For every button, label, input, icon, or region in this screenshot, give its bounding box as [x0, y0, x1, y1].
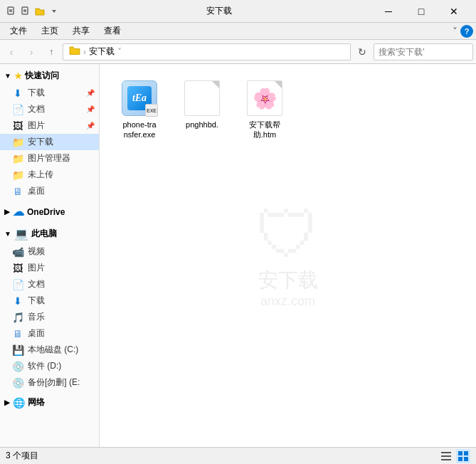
- file-grid: tEa EXE phone-transfer.exe pnghhbd.: [111, 75, 465, 144]
- sidebar-item-pictures-label: 图片: [28, 120, 45, 132]
- svg-rect-10: [458, 451, 462, 455]
- flowers-icon: 🌸: [253, 87, 277, 110]
- pin-icon-documents: 📌: [86, 105, 95, 113]
- dropdown-arrow-icon[interactable]: [48, 6, 60, 17]
- sidebar-item-picture-manager-label: 图片管理器: [28, 152, 70, 164]
- maximize-button[interactable]: □: [405, 0, 438, 23]
- png-file-label: pnghhbd.: [186, 120, 218, 130]
- search-box[interactable]: 🔍: [374, 43, 473, 60]
- blank-doc-icon-2: [20, 6, 31, 17]
- thispc-arrow: ▼: [4, 230, 11, 238]
- quick-access-arrow: ▼: [4, 72, 11, 80]
- onedrive-arrow: ▶: [4, 208, 10, 216]
- svg-rect-8: [441, 455, 451, 457]
- menu-share[interactable]: 共享: [65, 23, 97, 38]
- folder-icon-title: [34, 6, 46, 17]
- file-item-png[interactable]: pnghhbd.: [174, 75, 231, 144]
- sidebar-item-drive-d[interactable]: 💿 软件 (D:): [0, 358, 99, 374]
- sidebar-item-music[interactable]: 🎵 音乐: [0, 309, 99, 325]
- forward-button[interactable]: ›: [23, 43, 40, 60]
- sidebar-item-anzaixia[interactable]: 📁 安下载: [0, 134, 99, 150]
- svg-rect-13: [464, 457, 468, 461]
- search-input[interactable]: [379, 47, 476, 57]
- exe-file-icon: tEa EXE: [121, 80, 158, 117]
- not-uploaded-folder-icon: 📁: [11, 169, 24, 181]
- sidebar-item-pictures[interactable]: 🖼 图片 📌: [0, 117, 99, 134]
- htm-file-icon: 🌸: [246, 80, 283, 117]
- pictures-icon: 🖼: [11, 120, 24, 132]
- item-count: 3 个项目: [6, 450, 38, 462]
- ribbon-collapse-icon[interactable]: ˅: [453, 26, 458, 37]
- back-button[interactable]: ‹: [3, 43, 20, 60]
- sidebar-item-desktop-qa[interactable]: 🖥 桌面: [0, 183, 99, 199]
- title-controls: ─ □ ✕: [372, 0, 470, 23]
- sidebar-item-drive-d-label: 软件 (D:): [28, 360, 61, 372]
- list-view-button[interactable]: [439, 449, 453, 463]
- path-dropdown-icon[interactable]: ˅: [117, 47, 122, 57]
- sidebar-item-drive-e-label: 备份[勿删] (E:: [28, 376, 80, 389]
- sidebar-item-images-label: 图片: [28, 262, 45, 274]
- menu-home[interactable]: 主页: [34, 23, 65, 38]
- sidebar-item-picture-manager[interactable]: 📁 图片管理器: [0, 150, 99, 167]
- dl-icon: ⬇: [11, 295, 24, 307]
- help-button[interactable]: ?: [460, 25, 473, 38]
- content-area: 🛡 安下载 anxz.com tEa EXE phone-transfer.ex…: [100, 64, 476, 447]
- close-button[interactable]: ✕: [438, 0, 470, 23]
- up-button[interactable]: ↑: [43, 43, 60, 60]
- png-icon-background: [184, 80, 220, 116]
- sidebar-item-images[interactable]: 🖼 图片: [0, 260, 99, 276]
- htm-file-label: 安下载帮助.htm: [249, 120, 280, 140]
- desktop-icon: 🖥: [11, 328, 24, 339]
- thispc-header[interactable]: ▼ 💻 此电脑: [0, 224, 99, 243]
- onedrive-header[interactable]: ▶ ☁ OneDrive: [0, 202, 99, 221]
- sidebar-item-dl[interactable]: ⬇ 下载: [0, 292, 99, 309]
- window-title: 安下载: [65, 5, 372, 17]
- videos-icon: 📹: [11, 246, 24, 258]
- watermark-text: 安下载: [258, 267, 318, 294]
- menu-view[interactable]: 查看: [97, 23, 128, 38]
- blank-doc-icon-1: [6, 6, 17, 17]
- thispc-label: 此电脑: [31, 228, 57, 240]
- download-folder-icon: ⬇: [11, 88, 24, 99]
- sidebar-item-download[interactable]: ⬇ 下载 📌: [0, 85, 99, 101]
- file-item-htm[interactable]: 🌸 安下载帮助.htm: [236, 75, 293, 144]
- sidebar-item-drive-c-label: 本地磁盘 (C:): [28, 344, 78, 356]
- sidebar-item-desktop-label: 桌面: [28, 327, 45, 339]
- sidebar-item-not-uploaded-label: 未上传: [28, 169, 53, 181]
- title-bar-icons: [6, 6, 60, 17]
- sidebar-item-drive-c[interactable]: 💾 本地磁盘 (C:): [0, 342, 99, 358]
- svg-rect-0: [8, 7, 14, 14]
- sidebar-item-desktop[interactable]: 🖥 桌面: [0, 325, 99, 342]
- quick-access-label: 快速访问: [25, 70, 59, 82]
- onedrive-label: OneDrive: [27, 207, 65, 217]
- sidebar-item-not-uploaded[interactable]: 📁 未上传: [0, 167, 99, 183]
- network-label: 网络: [28, 396, 45, 408]
- file-item-exe[interactable]: tEa EXE phone-transfer.exe: [111, 75, 168, 144]
- title-bar: 安下载 ─ □ ✕: [0, 0, 476, 23]
- refresh-button[interactable]: ↻: [354, 43, 371, 60]
- main-layout: ▼ ★ 快速访问 ⬇ 下载 📌 📄 文档 📌 🖼 图片 📌 📁 安下载 📁 图片…: [0, 64, 476, 447]
- path-folder-icon: [69, 45, 80, 58]
- minimize-button[interactable]: ─: [372, 0, 405, 23]
- network-header[interactable]: ▶ 🌐 网络: [0, 394, 99, 411]
- svg-rect-11: [464, 451, 468, 455]
- sidebar-item-download-label: 下载: [28, 87, 45, 99]
- svg-rect-9: [441, 459, 451, 460]
- grid-view-button[interactable]: [456, 449, 470, 463]
- address-path[interactable]: › 安下载 ˅: [63, 43, 351, 60]
- menu-file[interactable]: 文件: [3, 23, 34, 38]
- svg-rect-3: [22, 7, 28, 14]
- sidebar-item-documents[interactable]: 📄 文档 📌: [0, 101, 99, 117]
- watermark-shield-icon: 🛡: [256, 203, 320, 267]
- menu-bar: 文件 主页 共享 查看 ˅ ?: [0, 23, 476, 40]
- quick-access-header[interactable]: ▼ ★ 快速访问: [0, 67, 99, 85]
- exe-icon-background: tEa EXE: [122, 80, 157, 116]
- sidebar-item-docs[interactable]: 📄 文档: [0, 276, 99, 292]
- sidebar-item-desktop-qa-label: 桌面: [28, 185, 45, 197]
- sidebar-item-videos[interactable]: 📹 视频: [0, 243, 99, 260]
- documents-icon: 📄: [11, 104, 24, 115]
- sidebar-item-drive-e[interactable]: 💿 备份[勿删] (E:: [0, 374, 99, 391]
- sidebar-item-documents-label: 文档: [28, 103, 45, 115]
- htm-icon-background: 🌸: [247, 80, 282, 116]
- music-icon: 🎵: [11, 312, 24, 323]
